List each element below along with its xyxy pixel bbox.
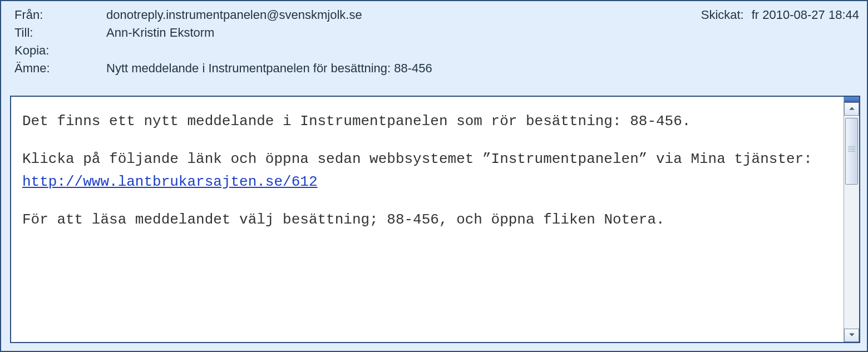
from-value: donotreply.instrumentpanelen@svenskmjolk…	[106, 8, 701, 22]
body-p3-a: För att läsa meddelandet välj besättning…	[22, 211, 387, 228]
subject-text: Nytt meddelande i Instrumentpanelen för …	[106, 61, 394, 75]
body-p3-c: , och öppna fliken Notera.	[439, 211, 665, 228]
email-body: Det finns ett nytt meddelande i Instrume…	[11, 97, 844, 342]
chevron-up-icon	[849, 105, 855, 113]
body-p2-a: Klicka på följande länk och öppna sedan …	[22, 151, 812, 167]
scrollbar-thumb[interactable]	[845, 118, 858, 185]
email-body-frame: Det finns ett nytt meddelande i Instrume…	[10, 96, 860, 343]
subject-id: 88-456	[394, 61, 432, 75]
header-row-to: Till: Ann-Kristin Ekstorm	[14, 26, 859, 40]
scrollbar-track[interactable]	[844, 116, 859, 329]
to-label: Till:	[14, 26, 106, 40]
subject-label: Ämne:	[14, 61, 106, 76]
header-row-subject: Ämne: Nytt meddelande i Instrumentpanele…	[14, 61, 859, 76]
body-p1-a: Det finns ett nytt meddelande i Instrume…	[22, 113, 630, 130]
header-row-from: Från: donotreply.instrumentpanelen@svens…	[14, 8, 859, 22]
email-header: Från: donotreply.instrumentpanelen@svens…	[1, 1, 867, 85]
body-p3-id: 88-456	[387, 211, 439, 228]
body-p1-c: .	[682, 113, 691, 130]
scroll-up-button[interactable]	[844, 102, 859, 116]
body-paragraph-1: Det finns ett nytt meddelande i Instrume…	[22, 110, 838, 132]
scroll-down-button[interactable]	[844, 329, 859, 342]
subject-value: Nytt meddelande i Instrumentpanelen för …	[106, 61, 859, 76]
chevron-down-icon	[849, 331, 855, 340]
sent-label: Skickat:	[701, 8, 744, 22]
cc-label: Kopia:	[14, 43, 106, 58]
header-row-cc: Kopia:	[14, 43, 859, 58]
from-label: Från:	[14, 8, 106, 22]
body-p1-id: 88-456	[630, 113, 682, 130]
scrollbar-grip-icon	[848, 146, 855, 154]
body-paragraph-3: För att läsa meddelandet välj besättning…	[22, 209, 838, 231]
email-window: Från: donotreply.instrumentpanelen@svens…	[0, 0, 868, 352]
to-value: Ann-Kristin Ekstorm	[106, 26, 859, 40]
vertical-scrollbar[interactable]	[844, 97, 859, 342]
body-link[interactable]: http://www.lantbrukarsajten.se/612	[22, 173, 318, 190]
scrollbar-cap	[844, 97, 859, 102]
sent-value: fr 2010-08-27 18:44	[752, 8, 859, 22]
sent-block: Skickat: fr 2010-08-27 18:44	[701, 8, 859, 22]
body-paragraph-2: Klicka på följande länk och öppna sedan …	[22, 148, 838, 193]
